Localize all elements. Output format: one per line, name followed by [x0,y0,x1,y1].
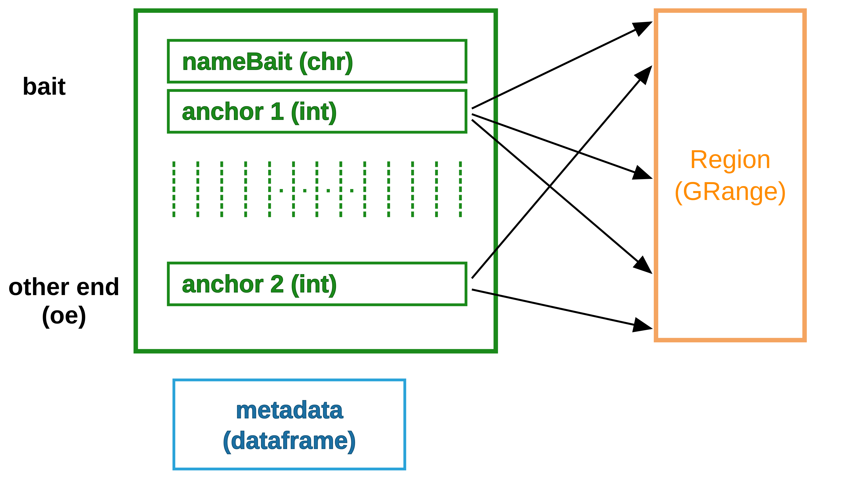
dash-line [244,161,247,217]
dash-line [388,161,390,217]
region-line1: Region [690,144,771,173]
label-other-end-line1: other end [8,273,120,300]
text-name-bait: nameBait (chr) [182,47,353,75]
region-text: Region (GRange) [674,143,786,207]
metadata-box: metadata (dataframe) [173,379,406,470]
diagram-canvas: bait other end (oe) nameBait (chr) ancho… [0,0,868,490]
metadata-line2: (dataframe) [223,426,356,454]
region-box: Region (GRange) [654,8,807,342]
row-name-bait: nameBait (chr) [167,39,467,83]
dash-line [220,161,223,217]
label-other-end-line2: (oe) [41,301,86,328]
row-anchor-1: anchor 1 (int) [167,89,467,133]
dash-line [268,161,271,217]
dash-line [196,161,199,217]
ellipsis-dots: · · · · [278,178,361,203]
arrow [472,114,651,178]
row-anchor-2: anchor 2 (int) [167,262,467,306]
dash-line [364,161,366,217]
dash-line [173,161,175,217]
dash-line [411,161,414,217]
arrow [472,120,651,273]
arrow [472,67,651,278]
text-anchor-1: anchor 1 (int) [182,97,337,125]
metadata-text: metadata (dataframe) [223,394,356,455]
dash-line [459,161,462,217]
text-anchor-2: anchor 2 (int) [182,270,337,298]
metadata-line1: metadata [236,396,343,423]
arrow [472,289,651,328]
label-bait: bait [22,72,66,100]
arrow [472,22,651,109]
region-line2: (GRange) [674,177,786,205]
dash-line [435,161,438,217]
label-other-end: other end (oe) [0,273,128,329]
